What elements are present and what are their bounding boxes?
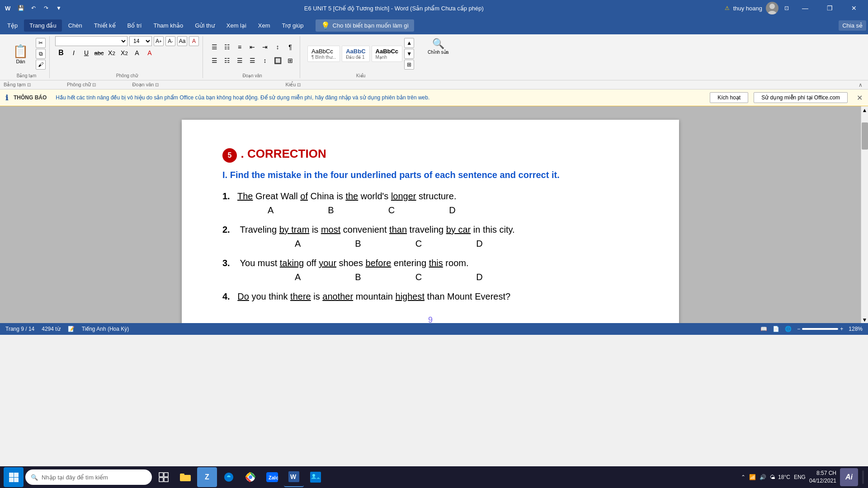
- menu-design[interactable]: Thiết kế: [89, 19, 121, 32]
- increase-indent-button[interactable]: ⇥: [259, 41, 271, 53]
- edge-button[interactable]: [219, 467, 239, 487]
- ribbon-display-btn[interactable]: ⊡: [782, 4, 791, 13]
- menu-view[interactable]: Xem: [253, 19, 276, 32]
- align-right-button[interactable]: ☰: [234, 55, 245, 66]
- notification-panel-button[interactable]: [862, 468, 864, 486]
- share-button[interactable]: Chia sẻ: [839, 20, 866, 31]
- restore-button[interactable]: ❐: [819, 0, 840, 16]
- q2-opt-c: C: [415, 239, 422, 249]
- text-highlight-button[interactable]: A: [131, 47, 143, 59]
- menu-mailings[interactable]: Gửi thư: [189, 19, 220, 32]
- menu-help[interactable]: Trợ giúp: [277, 19, 309, 32]
- styles-label: Kiểu: [356, 72, 365, 78]
- search-box[interactable]: 🔍 Nhập tại đây để tìm kiếm: [25, 469, 152, 485]
- style-down-button[interactable]: ▼: [404, 49, 414, 59]
- style-strong[interactable]: AaBbCc Mạnh: [372, 46, 403, 62]
- strikethrough-button[interactable]: abc: [93, 47, 105, 59]
- multilevel-button[interactable]: ≡: [234, 41, 245, 53]
- scroll-up-button[interactable]: ▲: [862, 106, 868, 113]
- scroll-down-button[interactable]: ▼: [862, 317, 868, 323]
- font-shrink-button[interactable]: A-: [165, 36, 175, 46]
- word-taskbar-button[interactable]: W: [284, 467, 304, 487]
- line-spacing-button[interactable]: ↕: [259, 55, 271, 66]
- language-selector[interactable]: ENG: [794, 474, 806, 480]
- superscript-button[interactable]: X2: [118, 47, 130, 59]
- web-layout-icon[interactable]: 🌐: [785, 326, 792, 332]
- zoom-taskbar-button[interactable]: Z: [197, 467, 217, 487]
- zalo-button[interactable]: Zalo: [262, 467, 282, 487]
- q2-t1: is: [312, 225, 321, 235]
- sort-button[interactable]: ↕: [272, 41, 283, 53]
- task-view-button[interactable]: [154, 467, 174, 487]
- justify-button[interactable]: ☰: [246, 55, 258, 66]
- font-grow-button[interactable]: A+: [154, 36, 164, 46]
- menu-review[interactable]: Xem lại: [221, 19, 252, 32]
- minimize-button[interactable]: —: [795, 0, 816, 16]
- shading-button[interactable]: 🔲: [272, 55, 283, 66]
- italic-button[interactable]: I: [68, 47, 80, 59]
- change-case-button[interactable]: Aa: [177, 36, 187, 46]
- copy-button[interactable]: ⧉: [36, 49, 46, 59]
- time-date-block[interactable]: 8:57 CH 04/12/2021: [809, 469, 836, 485]
- borders-button[interactable]: ⊞: [284, 55, 296, 66]
- menu-home[interactable]: Trang đầu: [24, 19, 62, 32]
- menu-layout[interactable]: Bố trí: [122, 19, 147, 32]
- format-painter-button[interactable]: 🖌: [36, 60, 46, 70]
- read-mode-icon[interactable]: 📖: [760, 326, 767, 332]
- style-more-button[interactable]: ⊞: [404, 60, 414, 70]
- align-center-button[interactable]: ☷: [221, 55, 233, 66]
- align-left-button[interactable]: ☰: [208, 55, 220, 66]
- show-hide-button[interactable]: ¶: [284, 41, 296, 53]
- notification-close-button[interactable]: ✕: [857, 94, 863, 102]
- q3-opt-c: C: [415, 272, 422, 282]
- font-color-button[interactable]: A: [144, 47, 156, 59]
- zoom-slider[interactable]: [802, 328, 838, 330]
- chrome-button[interactable]: [241, 467, 260, 487]
- numbering-button[interactable]: ☷: [221, 41, 233, 53]
- underline-button[interactable]: U: [80, 47, 92, 59]
- customize-icon[interactable]: ▼: [54, 4, 63, 13]
- undo-icon[interactable]: ↶: [29, 4, 38, 13]
- collapse-ribbon-button[interactable]: ∧: [857, 81, 864, 89]
- clear-format-button[interactable]: A: [189, 36, 199, 46]
- q1-opt-a: A: [268, 205, 274, 216]
- scrollbar-thumb[interactable]: [862, 122, 868, 150]
- save-icon[interactable]: 💾: [16, 4, 25, 13]
- font-size-select[interactable]: 14: [129, 36, 152, 46]
- style-normal[interactable]: AaBbCc ¶ Bình thư...: [307, 46, 340, 62]
- font-name-select[interactable]: [55, 36, 127, 46]
- bold-button[interactable]: B: [55, 47, 67, 59]
- paste-button[interactable]: 📋 Dán: [7, 42, 34, 66]
- section-number: 5: [222, 148, 237, 163]
- close-button[interactable]: ✕: [844, 0, 864, 16]
- info-icon: ℹ: [5, 94, 8, 102]
- photos-button[interactable]: [306, 467, 326, 487]
- zoom-in-button[interactable]: +: [840, 326, 843, 332]
- status-bar: Trang 9 / 14 4294 từ 📝 Tiếng Anh (Hoa Kỳ…: [0, 323, 868, 335]
- ai-button[interactable]: Ai: [840, 468, 858, 486]
- editing-button[interactable]: 🔍 Chỉnh sửa: [425, 36, 451, 56]
- style-up-button[interactable]: ▲: [404, 38, 414, 48]
- menu-insert[interactable]: Chèn: [63, 19, 88, 32]
- cut-button[interactable]: ✂: [36, 38, 46, 48]
- start-button[interactable]: [4, 467, 24, 487]
- tell-me-box[interactable]: 💡 Cho tôi biết bạn muốn làm gì: [316, 19, 415, 32]
- activate-button[interactable]: Kích hoạt: [710, 92, 748, 103]
- svg-rect-4: [9, 473, 14, 477]
- chevron-up-icon[interactable]: ⌃: [741, 474, 745, 480]
- vertical-scrollbar[interactable]: ▲ ▼: [861, 106, 868, 323]
- file-explorer-button[interactable]: [175, 467, 195, 487]
- bullets-button[interactable]: ☰: [208, 41, 220, 53]
- menu-file[interactable]: Tệp: [2, 19, 23, 32]
- redo-icon[interactable]: ↷: [42, 4, 51, 13]
- decrease-indent-button[interactable]: ⇤: [246, 41, 258, 53]
- subscript-button[interactable]: X2: [106, 47, 118, 59]
- menu-references[interactable]: Tham khảo: [148, 19, 189, 32]
- use-free-button[interactable]: Sử dụng miễn phí tại Office.com: [754, 92, 848, 103]
- style-heading1[interactable]: AaBbC Đầu đề 1: [342, 46, 369, 62]
- print-layout-icon[interactable]: 📄: [773, 326, 779, 332]
- network-icon[interactable]: 📶: [749, 474, 756, 480]
- zoom-out-button[interactable]: −: [797, 326, 800, 332]
- q1-options: A B C D: [268, 205, 638, 216]
- volume-icon[interactable]: 🔊: [760, 474, 766, 480]
